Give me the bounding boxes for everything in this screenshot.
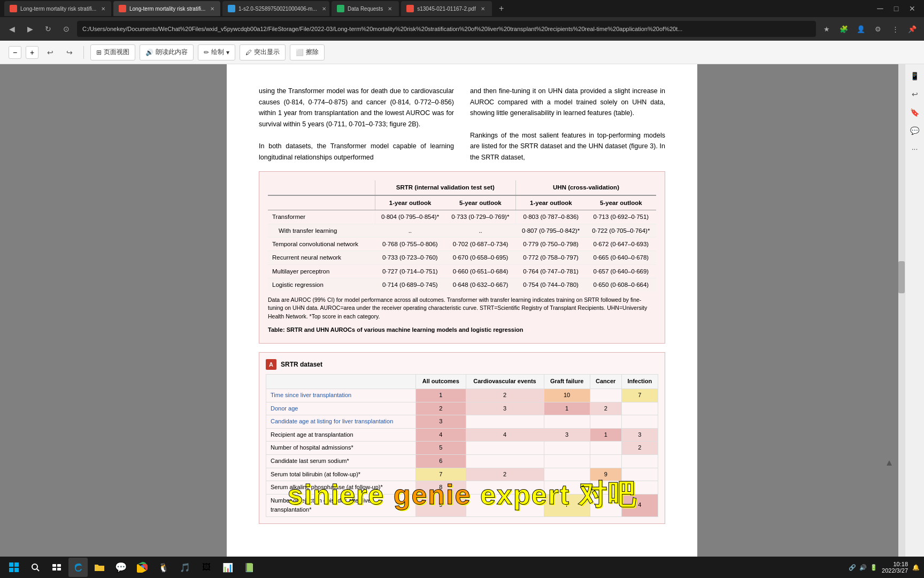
rank-label-1: Donor age — [266, 402, 416, 415]
taskbar-search[interactable] — [26, 558, 45, 577]
extensions-icon[interactable]: 🧩 — [836, 21, 851, 36]
row-label-mlp: Multilayer perceptron — [268, 264, 375, 278]
rank-val-1-graft: 1 — [544, 402, 590, 415]
sidebar-mobile-icon[interactable]: 📱 — [907, 69, 922, 83]
read-aloud-button[interactable]: 🔊 朗读此内容 — [140, 44, 194, 60]
forward-button[interactable]: ▶ — [22, 21, 37, 36]
srtr-header: SRTR (internal validation test set) — [375, 180, 516, 195]
sidebar-comment-icon[interactable]: 💬 — [907, 123, 922, 138]
pin-icon[interactable]: 📌 — [905, 21, 920, 36]
table-caption-bold: Table: — [268, 326, 285, 333]
erase-button[interactable]: ⬜ 擦除 — [290, 44, 325, 60]
page-view-button[interactable]: ⊞ 页面视图 — [90, 44, 135, 60]
zoom-out-button[interactable]: − — [9, 46, 21, 59]
close-window-button[interactable]: ✕ — [905, 1, 920, 16]
val-tcn-1y-srtr: 0·768 (0·755–0·806) — [375, 237, 445, 250]
val-tcn-5y-srtr: 0·702 (0·687–0·734) — [445, 237, 516, 250]
settings-icon[interactable]: ⚙ — [871, 21, 886, 36]
separator-1 — [83, 46, 84, 59]
taskbar-excel[interactable]: 📗 — [240, 558, 259, 577]
start-button[interactable] — [4, 558, 24, 577]
val-mlp-5y-srtr: 0·660 (0·651–0·684) — [445, 264, 516, 278]
svg-point-4 — [32, 564, 37, 569]
taskbar-qq[interactable]: 🐧 — [154, 558, 173, 577]
tab-close-5[interactable]: ✕ — [479, 5, 487, 12]
pdf-nav-prev[interactable]: ↩ — [43, 45, 58, 60]
rankings-row-0: Time since liver transplantation 1 2 10 … — [266, 389, 658, 402]
rankings-row-4: Number of hospital admissions* 5 2 — [266, 442, 658, 455]
tab-close-1[interactable]: ✕ — [99, 5, 107, 12]
svg-line-5 — [37, 569, 39, 571]
back-button[interactable]: ◀ — [4, 21, 19, 36]
taskbar-file-explorer[interactable] — [90, 558, 109, 577]
taskbar-chrome[interactable] — [133, 558, 152, 577]
pdf-nav-next[interactable]: ↪ — [62, 45, 77, 60]
zoom-in-button[interactable]: + — [26, 46, 38, 59]
menu-icon[interactable]: ⋮ — [888, 21, 903, 36]
val-tf-5y-uhn: 0·722 (0·705–0·764)* — [586, 224, 656, 237]
address-input[interactable] — [77, 21, 816, 37]
page-view-icon: ⊞ — [96, 49, 102, 56]
minimize-button[interactable]: ─ — [873, 1, 888, 16]
rank-val-4-graft — [544, 442, 590, 455]
col-1year-srtr: 1-year outlook — [375, 195, 445, 210]
new-tab-button[interactable]: + — [494, 1, 509, 16]
val-tcn-1y-uhn: 0·779 (0·750–0·798) — [516, 237, 586, 250]
val-rnn-1y-srtr: 0·733 (0·723–0·760) — [375, 251, 445, 264]
rank-val-2-cancer — [590, 415, 621, 429]
bookmark-icon[interactable]: ★ — [819, 21, 834, 36]
taskbar-music[interactable]: 🎵 — [175, 558, 195, 577]
svg-rect-9 — [57, 568, 61, 571]
table-row-tcn: Temporal convolutional network 0·768 (0·… — [268, 237, 656, 250]
refresh-button[interactable]: ↻ — [41, 21, 56, 36]
highlight-button[interactable]: 🖊 突出显示 — [240, 44, 286, 60]
val-rnn-1y-uhn: 0·772 (0·758–0·797) — [516, 251, 586, 264]
section-badge-a: A — [266, 359, 276, 370]
vertical-scrollbar[interactable] — [898, 64, 905, 557]
tab-close-2[interactable]: ✕ — [209, 5, 216, 12]
clock[interactable]: 10:18 2022/3/27 — [882, 561, 908, 574]
rank-val-0-cancer — [590, 389, 621, 402]
address-bar-row: ◀ ▶ ↻ ⊙ ★ 🧩 👤 ⚙ ⋮ 📌 — [0, 17, 924, 41]
tab-2[interactable]: Long-term mortality risk stratifi... ✕ — [113, 1, 220, 16]
rank-label-3: Recipient age at transplantation — [266, 428, 416, 442]
tab-close-4[interactable]: ✕ — [386, 5, 394, 12]
sidebar-back-icon[interactable]: ↩ — [907, 87, 922, 102]
val-tf-1y-uhn: 0·807 (0·795–0·842)* — [516, 224, 586, 237]
rank-val-3-cancer: 1 — [590, 428, 621, 442]
tab-3[interactable]: 1-s2.0-S2589750021000406-m... ✕ — [222, 1, 329, 16]
profile-icon[interactable]: 👤 — [853, 21, 868, 36]
sidebar-more-icon[interactable]: ··· — [907, 141, 922, 156]
rankings-col-feature — [266, 375, 416, 389]
taskbar-wechat[interactable]: 💬 — [111, 558, 130, 577]
taskbar-edge-browser[interactable] — [68, 558, 88, 577]
tab-1[interactable]: Long-term mortality risk stratifi... ✕ — [4, 1, 111, 16]
rank-val-0-infection: 7 — [621, 389, 658, 402]
val-lr-5y-uhn: 0·650 (0·608–0·664) — [586, 278, 656, 292]
tab-close-3[interactable]: ✕ — [320, 5, 328, 12]
tab-4[interactable]: Data Requests ✕ — [332, 1, 399, 16]
tray-icons: 🔗 🔊 🔋 — [849, 564, 877, 571]
rank-val-4-all: 5 — [416, 442, 466, 455]
table-row-mlp: Multilayer perceptron 0·727 (0·714–0·751… — [268, 264, 656, 278]
taskbar-taskview[interactable] — [47, 558, 66, 577]
taskbar-photos[interactable]: 🖼 — [197, 558, 216, 577]
maximize-button[interactable]: □ — [889, 1, 904, 16]
rank-val-2-cardio — [466, 415, 544, 429]
taskbar-powerpoint[interactable]: 📊 — [218, 558, 237, 577]
home-button[interactable]: ⊙ — [59, 21, 74, 36]
rank-val-2-all: 3 — [416, 415, 466, 429]
page-view-label: 页面视图 — [104, 48, 129, 57]
right-para-2: Rankings of the most salient features in… — [470, 130, 665, 163]
draw-button[interactable]: ✏ 绘制 ▾ — [198, 44, 235, 60]
sidebar-bookmark-icon[interactable]: 🔖 — [907, 105, 922, 120]
notification-icon[interactable]: 🔔 — [912, 564, 920, 571]
val-rnn-5y-uhn: 0·665 (0·640–0·678) — [586, 251, 656, 264]
tab-5[interactable]: s13045-021-01167-2.pdf ✕ — [401, 1, 492, 16]
rank-val-3-graft: 3 — [544, 428, 590, 442]
table-row-transfer: With transfer learning .. .. 0·807 (0·79… — [268, 224, 656, 237]
rank-val-1-cardio: 3 — [466, 402, 544, 415]
val-lr-1y-srtr: 0·714 (0·689–0·745) — [375, 278, 445, 292]
pdf-left-col: using the Transformer model was for deat… — [259, 86, 454, 163]
scrollbar-thumb[interactable] — [898, 261, 905, 293]
